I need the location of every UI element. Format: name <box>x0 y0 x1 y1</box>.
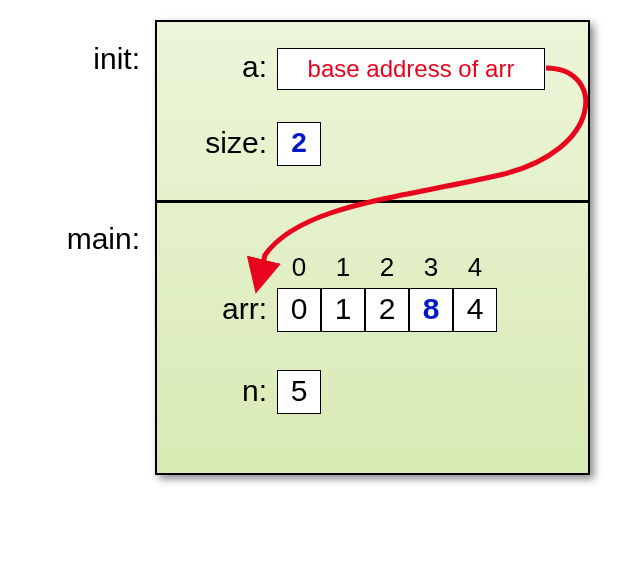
arr-index-4: 4 <box>453 252 497 283</box>
arr-cell-0-text: 0 <box>291 292 308 325</box>
label-a: a: <box>167 50 267 84</box>
value-size: 2 <box>277 122 321 166</box>
value-size-text: 2 <box>291 127 307 158</box>
arr-cell-4-text: 4 <box>467 292 484 325</box>
arr-index-3: 3 <box>409 252 453 283</box>
value-n: 5 <box>277 370 321 414</box>
value-n-text: 5 <box>291 374 308 407</box>
frame-label-init: init: <box>40 42 140 76</box>
stack-frames-panel: a: base address of arr size: 2 0 1 2 3 4… <box>155 20 590 475</box>
arr-index-2: 2 <box>365 252 409 283</box>
arr-cell-4: 4 <box>453 288 497 332</box>
arr-cell-2-text: 2 <box>379 292 396 325</box>
arr-index-0: 0 <box>277 252 321 283</box>
label-n: n: <box>167 374 267 408</box>
value-a-text: base address of arr <box>308 55 515 82</box>
arr-cell-0: 0 <box>277 288 321 332</box>
arr-cell-3: 8 <box>409 288 453 332</box>
arr-cell-1: 1 <box>321 288 365 332</box>
frame-label-main: main: <box>20 222 140 256</box>
value-a: base address of arr <box>277 48 545 90</box>
label-arr: arr: <box>167 292 267 326</box>
arr-index-1: 1 <box>321 252 365 283</box>
arr-cell-2: 2 <box>365 288 409 332</box>
diagram-stage: init: main: a: base address of arr size:… <box>0 0 628 566</box>
arr-cell-1-text: 1 <box>335 292 352 325</box>
arr-cell-3-text: 8 <box>423 292 440 325</box>
frame-divider <box>157 200 588 203</box>
label-size: size: <box>167 126 267 160</box>
